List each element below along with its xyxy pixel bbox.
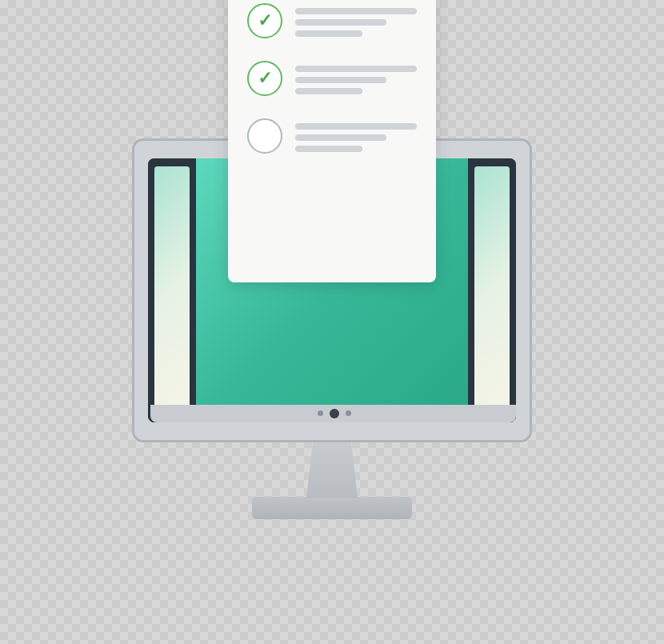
camera-icon <box>330 409 339 418</box>
check-lines-1 <box>295 3 417 37</box>
panel-right-inner <box>474 166 510 414</box>
monitor-panel-left <box>148 158 196 422</box>
checkmark-icon-1: ✓ <box>258 12 272 30</box>
scene: CHECK LIST ✓ ✓ <box>108 42 556 602</box>
line <box>295 66 417 72</box>
checkmark-icon-2: ✓ <box>258 70 272 87</box>
dot-icon <box>318 410 323 416</box>
line <box>295 88 362 94</box>
check-lines-3 <box>295 118 417 152</box>
line <box>295 30 362 37</box>
list-item <box>247 118 417 154</box>
line <box>295 146 362 152</box>
monitor-panel-right <box>468 158 516 422</box>
line <box>295 19 386 26</box>
line <box>295 77 386 83</box>
dot-icon <box>346 410 351 416</box>
monitor-stand-neck <box>300 442 364 498</box>
line <box>295 123 417 130</box>
list-item: ✓ <box>247 3 417 38</box>
line <box>295 134 386 141</box>
monitor-stand-base <box>252 497 412 519</box>
line <box>295 8 417 14</box>
list-item: ✓ <box>247 61 417 96</box>
check-circle-2: ✓ <box>247 61 282 96</box>
checklist-items: ✓ ✓ <box>247 3 417 154</box>
check-lines-2 <box>295 61 417 94</box>
panel-left-inner <box>154 166 190 414</box>
check-circle-1: ✓ <box>247 3 282 38</box>
checklist-document: CHECK LIST ✓ ✓ <box>228 0 436 282</box>
check-circle-3 <box>247 118 282 154</box>
monitor-bottom-bar <box>150 405 516 422</box>
